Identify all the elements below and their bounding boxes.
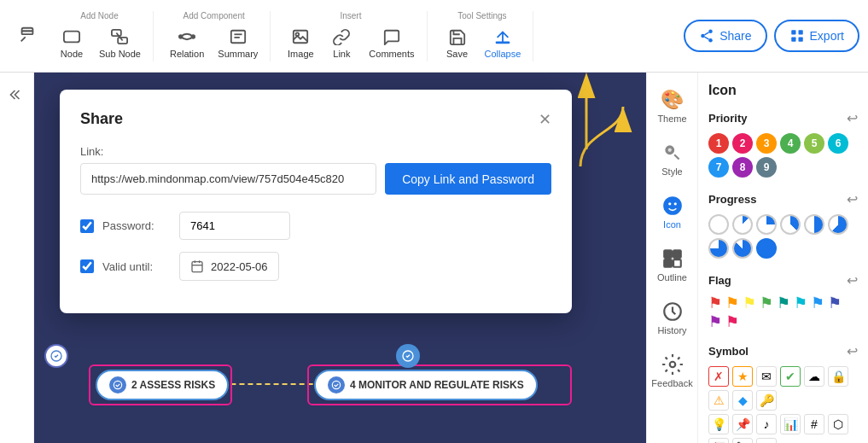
tool-settings-items: Save Collapse: [439, 24, 527, 61]
symbol-bulb[interactable]: 💡: [708, 414, 729, 434]
progress-8[interactable]: [756, 238, 777, 259]
flag-blue[interactable]: ⚑: [811, 295, 824, 311]
password-checkbox[interactable]: [80, 219, 94, 233]
progress-header: Progress ↩: [708, 191, 858, 207]
sub-node-label: Sub Node: [99, 49, 141, 59]
flag-cyan[interactable]: ⚑: [794, 295, 807, 311]
sub-node-icon: [109, 26, 130, 47]
svg-point-35: [668, 202, 671, 205]
svg-rect-18: [791, 30, 795, 34]
right-sidebar: 🎨 Theme Style: [647, 73, 698, 443]
symbol-warning[interactable]: ⚠: [708, 390, 729, 411]
svg-rect-40: [673, 259, 681, 267]
progress-6[interactable]: [708, 238, 729, 259]
export-button[interactable]: Export: [774, 20, 859, 52]
symbol-star[interactable]: ★: [732, 366, 753, 387]
symbol-card[interactable]: 🃏: [708, 438, 729, 443]
format-painter-button[interactable]: Add Node: [9, 22, 46, 50]
flag-purple[interactable]: ⚑: [708, 314, 722, 329]
valid-until-checkbox[interactable]: [80, 259, 94, 273]
symbol-number[interactable]: #: [804, 414, 824, 434]
priority-9[interactable]: 9: [756, 157, 777, 178]
summary-button[interactable]: Summary: [213, 24, 263, 61]
progress-reset-button[interactable]: ↩: [847, 191, 858, 207]
progress-3[interactable]: [780, 214, 801, 235]
share-icon: [699, 28, 714, 44]
progress-0[interactable]: [708, 214, 729, 235]
collapse-button[interactable]: Collapse: [480, 24, 527, 61]
flag-indigo[interactable]: ⚑: [828, 295, 842, 311]
symbol-chart[interactable]: 📊: [780, 414, 801, 434]
sidebar-item-icon[interactable]: Icon: [647, 185, 697, 238]
sub-node-button[interactable]: Sub Node: [94, 24, 146, 61]
progress-7[interactable]: [732, 238, 753, 259]
svg-rect-39: [664, 259, 672, 267]
copy-link-password-button[interactable]: Copy Link and Password: [385, 163, 551, 195]
flag-yellow[interactable]: ⚑: [743, 295, 756, 311]
modal-close-button[interactable]: ✕: [539, 112, 551, 127]
save-label: Save: [446, 49, 468, 59]
left-collapse-button[interactable]: [3, 81, 31, 112]
sidebar-item-outline[interactable]: Outline: [647, 238, 697, 291]
symbol-reset-button[interactable]: ↩: [847, 343, 858, 359]
progress-4[interactable]: [804, 214, 824, 235]
priority-title: Priority: [708, 112, 748, 125]
share-modal: Share ✕ Link: Copy Link and Password Pas…: [60, 90, 572, 313]
sidebar-item-style[interactable]: Style: [647, 132, 697, 185]
progress-1[interactable]: [732, 214, 753, 235]
relation-button[interactable]: Relation: [165, 24, 209, 61]
collapse-label: Collapse: [485, 49, 521, 59]
symbol-diamond[interactable]: ◆: [732, 390, 753, 411]
symbol-hex[interactable]: ⬡: [828, 414, 848, 434]
comments-button[interactable]: Comments: [364, 24, 419, 61]
flag-pink[interactable]: ⚑: [725, 314, 739, 329]
symbol-mail[interactable]: ✉: [756, 366, 777, 387]
symbol-cloud[interactable]: ☁: [804, 366, 824, 387]
progress-5[interactable]: [828, 214, 848, 235]
symbol-question[interactable]: ?: [756, 438, 777, 443]
flag-header: Flag ↩: [708, 272, 858, 289]
symbol-x[interactable]: ✗: [708, 366, 729, 387]
priority-3[interactable]: 3: [756, 133, 777, 154]
date-input-wrap[interactable]: 2022-05-06: [179, 252, 279, 281]
sidebar-item-feedback[interactable]: Feedback: [647, 344, 697, 397]
priority-8[interactable]: 8: [732, 157, 753, 178]
flag-teal[interactable]: ⚑: [777, 295, 790, 311]
comments-label: Comments: [369, 49, 414, 59]
priority-5[interactable]: 5: [804, 133, 824, 154]
flag-orange[interactable]: ⚑: [725, 295, 739, 311]
svg-point-36: [673, 202, 676, 205]
node-label: Node: [61, 49, 83, 59]
history-icon: [661, 300, 684, 324]
share-modal-overlay: Share ✕ Link: Copy Link and Password Pas…: [34, 73, 646, 443]
priority-reset-button[interactable]: ↩: [847, 110, 858, 126]
symbol-check[interactable]: ✔: [780, 366, 801, 387]
save-button[interactable]: Save: [439, 24, 476, 61]
save-icon: [447, 26, 468, 47]
sidebar-item-theme[interactable]: 🎨 Theme: [647, 79, 697, 132]
link-button[interactable]: Link: [323, 24, 360, 61]
password-input[interactable]: [179, 212, 290, 240]
priority-2[interactable]: 2: [732, 133, 753, 154]
canvas[interactable]: 2 ASSESS RISKS 4 MONITOR AND REGULATE RI…: [34, 73, 646, 443]
symbol-pin[interactable]: 📌: [732, 414, 753, 434]
priority-4[interactable]: 4: [780, 133, 801, 154]
image-button[interactable]: Image: [282, 24, 319, 61]
flag-red[interactable]: ⚑: [708, 295, 722, 311]
flag-reset-button[interactable]: ↩: [847, 272, 858, 289]
outline-icon: [661, 247, 684, 271]
priority-1[interactable]: 1: [708, 133, 729, 154]
symbol-phone[interactable]: 📞: [732, 438, 753, 443]
link-input[interactable]: [80, 163, 376, 195]
symbol-music[interactable]: ♪: [756, 414, 777, 434]
share-button[interactable]: Share: [684, 20, 766, 52]
symbol-lock[interactable]: 🔒: [828, 366, 848, 387]
symbol-key[interactable]: 🔑: [756, 390, 777, 411]
svg-point-5: [179, 35, 183, 38]
priority-6[interactable]: 6: [828, 133, 848, 154]
priority-7[interactable]: 7: [708, 157, 729, 178]
flag-green[interactable]: ⚑: [760, 295, 773, 311]
node-button[interactable]: Node: [53, 24, 90, 61]
sidebar-item-history[interactable]: History: [647, 291, 697, 344]
progress-2[interactable]: [756, 214, 777, 235]
